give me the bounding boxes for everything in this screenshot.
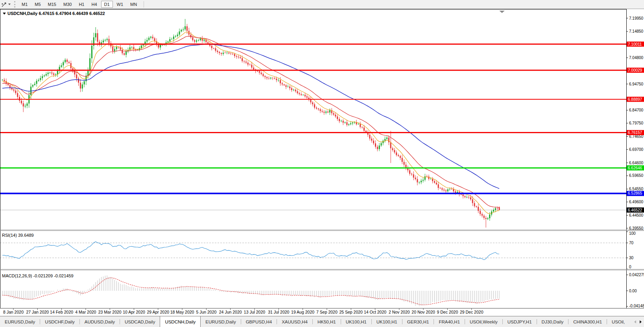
- toolbar-separator: [144, 1, 144, 7]
- price-tick-label: 7.19950: [629, 16, 644, 20]
- chart-title-ohlc: USDCNH,Daily 6.47615 6.47904 6.46439 6.4…: [7, 11, 105, 16]
- tab-china300-h1[interactable]: CHINA300,H1: [568, 316, 607, 327]
- timeframe-button-d1[interactable]: D1: [101, 1, 113, 8]
- symbol-tabs: EURUSD,DailyUSDCHF,DailyAUDUSD,DailyUSDC…: [0, 316, 629, 327]
- macd-tick-label: -0.04148: [629, 304, 644, 308]
- price-tick-label: 6.84700: [629, 108, 644, 112]
- timeframe-button-mn[interactable]: MN: [127, 1, 140, 8]
- price-badge-6.88897: 6.88897: [627, 97, 644, 102]
- tab-eurusd-daily[interactable]: EURUSD,Daily: [0, 316, 40, 327]
- svg-text:6.88897: 6.88897: [628, 97, 642, 102]
- date-label: 7 Sep 2020: [316, 310, 338, 314]
- toolbar: M1M5M15M30H1H4D1W1MN: [0, 0, 644, 9]
- macd-label: MACD(12,26,9) -0.021209 -0.021459: [2, 273, 74, 278]
- price-badge-7.00029: 7.00029: [627, 68, 644, 73]
- price-badge-6.52865: 6.52865: [627, 191, 644, 196]
- price-tick-label: 7.04800: [629, 56, 644, 60]
- tab-usdcnh-daily[interactable]: USDCNH,Daily: [160, 316, 201, 327]
- tab-uk100-h1[interactable]: UK100,H1: [341, 316, 371, 327]
- rsi-tick-label: 70: [629, 241, 634, 245]
- tab-xauusd-h4[interactable]: XAUUSD,H4: [277, 316, 312, 327]
- ma-fast-line: [2, 32, 499, 214]
- timeframe-buttons: M1M5M15M30H1H4D1W1MN: [18, 1, 140, 8]
- chevron-left-icon[interactable]: [634, 320, 636, 323]
- date-label: 13 Jul 2020: [244, 310, 265, 314]
- macd-pane: 0.0422750.00-0.04148: [2, 273, 644, 308]
- tab-dj30-daily[interactable]: DJ30,Daily: [537, 316, 568, 327]
- tab-eurusd-daily[interactable]: EURUSD,Daily: [201, 316, 240, 327]
- tab-fra40-h1[interactable]: FRA40,H1: [434, 316, 465, 327]
- date-label: 10 Apr 2020: [123, 310, 145, 314]
- chevron-right-icon[interactable]: [640, 320, 642, 323]
- chart-collapse-icon[interactable]: [3, 13, 6, 15]
- date-label: 29 Dec 2020: [460, 310, 483, 314]
- chart-shift-marker[interactable]: [499, 11, 505, 13]
- timeframe-button-m15[interactable]: M15: [45, 1, 59, 8]
- rsi-tick-label: 0: [629, 265, 631, 269]
- macd-tick-label: 0.042275: [629, 273, 644, 277]
- macd-tick-label: 0.00: [629, 289, 637, 293]
- tab-hk50-h1[interactable]: HK50,H1: [313, 316, 341, 327]
- timeframe-button-w1[interactable]: W1: [114, 1, 127, 8]
- svg-text:6.52865: 6.52865: [628, 191, 642, 195]
- date-label: 14 Feb 2020: [50, 310, 73, 314]
- price-tick-label: 7.14850: [629, 29, 644, 33]
- date-label: 24 Jun 2020: [219, 310, 242, 314]
- date-label: 18 May 2020: [170, 310, 194, 314]
- rsi-label: RSI(14) 39.6489: [2, 233, 34, 238]
- date-label: 27 Jan 2020: [26, 310, 49, 314]
- toolbar-grip-handle[interactable]: [14, 1, 15, 7]
- timeframe-button-m1[interactable]: M1: [18, 1, 31, 8]
- rsi-tick-label: 100: [629, 231, 636, 236]
- date-label: 8 Jan 2020: [3, 310, 24, 314]
- chart-canvas[interactable]: 7.199507.148507.048006.947506.847006.797…: [0, 9, 644, 316]
- tab-audusd-daily[interactable]: AUDUSD,Daily: [80, 316, 120, 327]
- candles: [2, 19, 500, 228]
- svg-text:6.62646: 6.62646: [628, 166, 642, 170]
- trading-terminal-window: M1M5M15M30H1H4D1W1MN 7.199507.148507.048…: [0, 0, 644, 327]
- tab-usdjpy-h1[interactable]: USDJPY,H1: [503, 316, 537, 327]
- timeframe-button-m5[interactable]: M5: [31, 1, 44, 8]
- chevron-down-icon: [8, 4, 11, 5]
- svg-text:6.46522: 6.46522: [628, 208, 642, 212]
- tab-usoil[interactable]: USOil,: [607, 316, 629, 327]
- svg-text:7.10011: 7.10011: [628, 42, 642, 46]
- rsi-line: [2, 242, 499, 260]
- rsi-pane: 10070300: [0, 231, 636, 269]
- level-lines: [0, 44, 626, 193]
- timeframe-button-h4[interactable]: H4: [88, 1, 100, 8]
- tab-ger30-h1[interactable]: GER30,H1: [402, 316, 434, 327]
- crosshair-tool-button[interactable]: [0, 1, 12, 8]
- tab-uk100-h1[interactable]: UK100,H1: [372, 316, 402, 327]
- ma-slow-line: [2, 44, 499, 188]
- timeframe-button-m30[interactable]: M30: [60, 1, 75, 8]
- tab-usoil-weekly[interactable]: USOil,Weekly: [465, 316, 502, 327]
- date-label: 29 Apr 2020: [147, 310, 169, 314]
- svg-text:6.76157: 6.76157: [628, 130, 642, 135]
- tab-gbpusd-h4[interactable]: GBPUSD,H4: [241, 316, 277, 327]
- price-tick-label: 6.64600: [629, 161, 644, 165]
- date-label: 25 Sep 2020: [339, 310, 363, 314]
- price-tick-label: 6.94750: [629, 82, 644, 86]
- rsi-tick-label: 30: [629, 256, 634, 260]
- timeframe-button-h1[interactable]: H1: [76, 1, 87, 8]
- tab-scroll-arrows: [632, 316, 644, 327]
- date-label: 9 Dec 2020: [437, 310, 458, 314]
- tab-usdcad-daily[interactable]: USDCAD,Daily: [120, 316, 160, 327]
- price-tick-label: 6.44500: [629, 213, 644, 217]
- price-badge-6.76157: 6.76157: [627, 130, 644, 135]
- macd-signal-line: [2, 278, 499, 305]
- date-label: 23 Mar 2020: [98, 310, 122, 314]
- date-label: 20 Nov 2020: [411, 310, 435, 314]
- crosshair-icon: [1, 2, 7, 7]
- price-axis: 7.199507.148507.048006.947506.847006.797…: [626, 9, 644, 308]
- price-tick-label: 6.69700: [629, 147, 644, 152]
- generated-chart-layers: 7.199507.148507.048006.947506.847006.797…: [0, 9, 644, 314]
- price-tick-label: 6.49600: [629, 200, 644, 204]
- pane-borders: [0, 9, 644, 308]
- tab-usdchf-daily[interactable]: USDCHF,Daily: [40, 316, 79, 327]
- svg-text:7.00029: 7.00029: [628, 68, 642, 72]
- date-label: 31 Jul 2020: [268, 310, 289, 314]
- date-label: 19 Aug 2020: [291, 310, 314, 314]
- symbol-tabbar: EURUSD,DailyUSDCHF,DailyAUDUSD,DailyUSDC…: [0, 316, 644, 327]
